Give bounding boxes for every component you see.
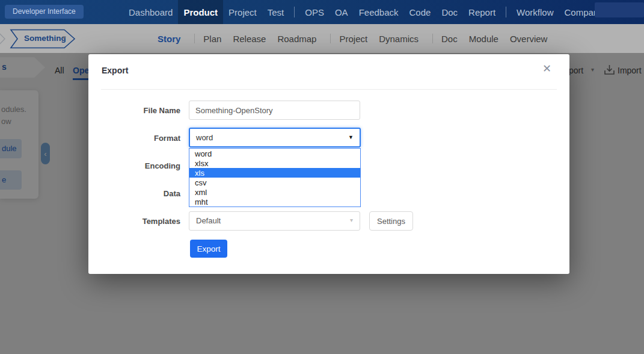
menu-divider	[506, 7, 506, 17]
top-menu-test[interactable]: Test	[262, 0, 290, 24]
menu-divider	[294, 7, 295, 17]
dialog-title: Export	[102, 66, 128, 75]
format-option-csv[interactable]: csv	[189, 178, 360, 187]
top-menu-report[interactable]: Report	[463, 0, 501, 24]
caret-down-icon: ▾	[350, 217, 353, 223]
format-options-list: word xlsx xls csv xml mht	[189, 148, 361, 207]
top-menu: Dashboard Product Project Test OPS OA Fe…	[123, 0, 644, 24]
format-option-mht[interactable]: mht	[189, 197, 360, 206]
templates-label: Templates	[88, 217, 180, 226]
data-label: Data	[88, 189, 180, 198]
top-nav-bar: Developer Interface Dashboard Product Pr…	[0, 0, 644, 24]
top-menu-oa[interactable]: OA	[330, 0, 354, 24]
settings-button[interactable]: Settings	[369, 211, 413, 231]
format-option-xlsx[interactable]: xlsx	[189, 158, 360, 168]
export-dialog: Export ✕ File Name Format word ▼ Encodin…	[88, 54, 569, 274]
format-selected-value: word	[196, 133, 213, 142]
export-submit-button[interactable]: Export	[190, 240, 227, 258]
top-menu-ops[interactable]: OPS	[299, 0, 330, 24]
select-caret-icon: ▼	[348, 134, 354, 140]
close-icon[interactable]: ✕	[542, 62, 551, 75]
app-root: Developer Interface Dashboard Product Pr…	[0, 0, 644, 354]
developer-interface-badge: Developer Interface	[5, 5, 84, 19]
top-menu-feedback[interactable]: Feedback	[354, 0, 404, 24]
top-menu-product[interactable]: Product	[178, 0, 223, 24]
top-menu-doc[interactable]: Doc	[436, 0, 463, 24]
format-option-xml[interactable]: xml	[189, 187, 360, 197]
file-name-label: File Name	[88, 106, 180, 115]
file-name-input[interactable]	[189, 101, 360, 120]
top-menu-dashboard[interactable]: Dashboard	[123, 0, 178, 24]
top-menu-workflow[interactable]: Workflow	[511, 0, 559, 24]
encoding-label: Encoding	[88, 161, 180, 170]
topbar-search-box[interactable]	[595, 2, 644, 17]
dialog-header-divider	[101, 89, 557, 90]
format-select[interactable]: word ▼	[189, 128, 361, 148]
top-menu-code[interactable]: Code	[404, 0, 437, 24]
templates-select[interactable]: Default ▾	[189, 211, 360, 231]
format-option-word[interactable]: word	[189, 149, 360, 158]
top-menu-project[interactable]: Project	[223, 0, 262, 24]
format-option-xls[interactable]: xls	[189, 168, 360, 178]
modal-backdrop-upper	[0, 24, 644, 53]
templates-selected-value: Default	[196, 216, 221, 225]
format-label: Format	[88, 134, 180, 143]
